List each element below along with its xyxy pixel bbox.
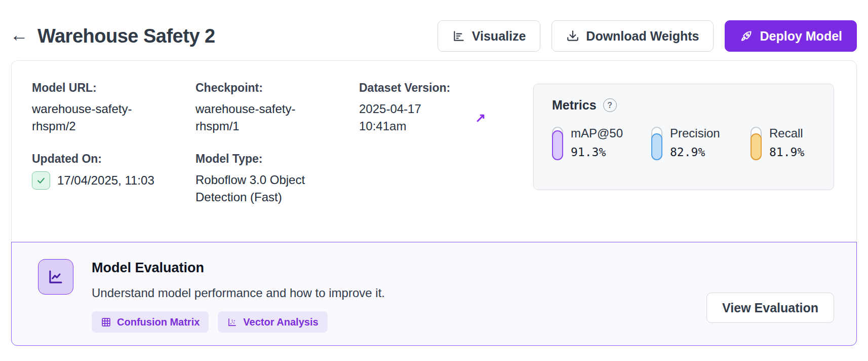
help-icon[interactable]: ? xyxy=(603,98,617,112)
metric-label: Recall xyxy=(769,126,804,141)
metric-value: 82.9% xyxy=(670,146,720,159)
vector-analysis-label: Vector Analysis xyxy=(243,316,318,328)
model-evaluation-panel: Model Evaluation Understand model perfor… xyxy=(11,242,857,346)
metric-precision: Precision 82.9% xyxy=(651,126,751,160)
confusion-matrix-tag[interactable]: Confusion Matrix xyxy=(92,311,209,333)
header-actions: Visualize Download Weights xyxy=(438,20,857,52)
download-icon xyxy=(566,29,579,43)
metric-gauge xyxy=(651,127,662,160)
view-evaluation-label: View Evaluation xyxy=(722,301,818,315)
rocket-icon xyxy=(739,29,753,43)
view-evaluation-button[interactable]: View Evaluation xyxy=(706,293,834,323)
grid-icon xyxy=(101,317,111,328)
download-weights-label: Download Weights xyxy=(586,29,699,44)
check-icon xyxy=(32,171,50,190)
evaluation-tags: Confusion Matrix Vector Analysis xyxy=(92,311,385,333)
back-button[interactable]: ← xyxy=(10,26,28,46)
metrics-panel: Metrics ? mAP@50 91.3% Precisi xyxy=(533,84,834,190)
metric-map50: mAP@50 91.3% xyxy=(552,126,651,160)
vector-analysis-tag[interactable]: Vector Analysis xyxy=(218,311,327,333)
model-fields: Model URL: warehouse-safety-rhspm/2 Upda… xyxy=(32,80,511,242)
metric-recall: Recall 81.9% xyxy=(751,126,804,160)
evaluation-text: Model Evaluation Understand model perfor… xyxy=(92,259,385,333)
dataset-version-field: Dataset Version: 2025-04-17 10:41am ↗ xyxy=(359,80,511,135)
dataset-version-label: Dataset Version: xyxy=(359,80,486,95)
model-type-label: Model Type: xyxy=(195,151,334,166)
model-type-value: Roboflow 3.0 Object Detection (Fast) xyxy=(195,171,327,206)
model-url-value: warehouse-safety-rhspm/2 xyxy=(32,100,159,135)
line-chart-icon xyxy=(38,259,73,295)
checkpoint-field: Checkpoint: warehouse-safety-rhspm/1 xyxy=(195,80,359,135)
metric-gauge xyxy=(751,127,762,160)
metric-label: Precision xyxy=(670,126,720,141)
page-title: Warehouse Safety 2 xyxy=(37,25,215,47)
updated-on-value: 17/04/2025, 11:03 xyxy=(57,172,154,189)
metric-label: mAP@50 xyxy=(571,126,623,141)
model-info-section: Model URL: warehouse-safety-rhspm/2 Upda… xyxy=(12,61,856,242)
dataset-version-link[interactable]: 2025-04-17 10:41am ↗ xyxy=(359,100,486,135)
bar-chart-horizontal-icon xyxy=(452,29,465,43)
metric-gauge xyxy=(552,127,563,160)
updated-on-label: Updated On: xyxy=(32,151,170,166)
external-link-arrow-icon: ↗ xyxy=(475,112,486,124)
page-header: ← Warehouse Safety 2 Visualize Download … xyxy=(11,20,857,52)
scatter-icon xyxy=(227,317,238,328)
confusion-matrix-label: Confusion Matrix xyxy=(117,316,200,328)
evaluation-title: Model Evaluation xyxy=(92,260,385,275)
model-card: Model URL: warehouse-safety-rhspm/2 Upda… xyxy=(11,60,857,346)
deploy-model-label: Deploy Model xyxy=(760,29,842,44)
metric-value: 81.9% xyxy=(769,146,804,159)
checkpoint-value: warehouse-safety-rhspm/1 xyxy=(195,100,322,135)
dataset-version-value: 2025-04-17 10:41am xyxy=(359,100,470,135)
visualize-label: Visualize xyxy=(472,29,526,44)
field-column: Model URL: warehouse-safety-rhspm/2 Upda… xyxy=(32,80,195,242)
metrics-title: Metrics xyxy=(552,98,597,113)
field-column: Dataset Version: 2025-04-17 10:41am ↗ xyxy=(359,80,511,242)
metrics-row: mAP@50 91.3% Precision 82.9% xyxy=(552,126,815,160)
updated-on-field: Updated On: 17/04/2025, 11:03 xyxy=(32,151,195,190)
visualize-button[interactable]: Visualize xyxy=(438,20,541,52)
model-url-field: Model URL: warehouse-safety-rhspm/2 xyxy=(32,80,195,135)
field-column: Checkpoint: warehouse-safety-rhspm/1 Mod… xyxy=(195,80,359,242)
download-weights-button[interactable]: Download Weights xyxy=(551,20,714,52)
deploy-model-button[interactable]: Deploy Model xyxy=(725,20,857,52)
model-url-label: Model URL: xyxy=(32,80,170,95)
model-page: ← Warehouse Safety 2 Visualize Download … xyxy=(0,0,868,346)
checkpoint-label: Checkpoint: xyxy=(195,80,334,95)
evaluation-description: Understand model performance and how to … xyxy=(92,285,385,301)
metric-value: 91.3% xyxy=(571,146,623,159)
model-type-field: Model Type: Roboflow 3.0 Object Detectio… xyxy=(195,151,359,206)
